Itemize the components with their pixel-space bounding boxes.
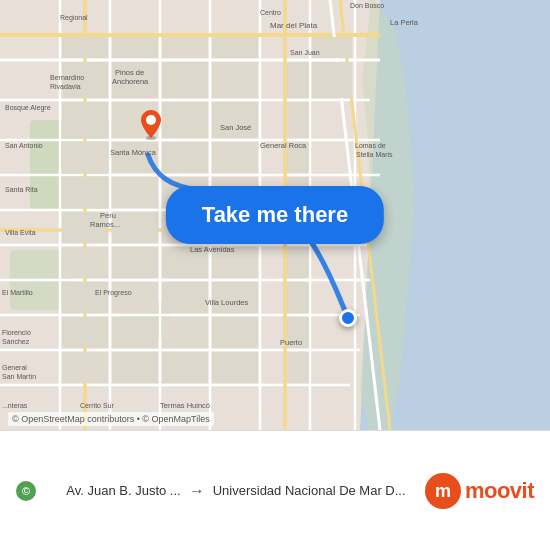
svg-rect-46 xyxy=(112,177,158,208)
svg-text:...nteras: ...nteras xyxy=(2,402,28,409)
svg-rect-57 xyxy=(62,282,108,313)
svg-rect-36 xyxy=(212,62,258,98)
svg-rect-79 xyxy=(312,62,352,98)
svg-text:Villa Lourdes: Villa Lourdes xyxy=(205,298,248,307)
svg-rect-33 xyxy=(212,37,258,58)
svg-rect-64 xyxy=(212,317,258,348)
svg-text:Cerrito Sur: Cerrito Sur xyxy=(80,402,115,409)
svg-rect-53 xyxy=(62,247,108,278)
svg-text:San Antonio: San Antonio xyxy=(5,142,43,149)
bottom-bar: © Av. Juan B. Justo ... → Universidad Na… xyxy=(0,430,550,550)
svg-text:Bosque Alegre: Bosque Alegre xyxy=(5,104,51,112)
svg-rect-69 xyxy=(287,62,309,98)
svg-rect-70 xyxy=(287,102,309,138)
svg-text:Florencio: Florencio xyxy=(2,329,31,336)
svg-text:Santa Mónica: Santa Mónica xyxy=(110,148,157,157)
svg-text:Peru: Peru xyxy=(100,211,116,220)
svg-rect-61 xyxy=(62,317,108,348)
svg-text:General Roca: General Roca xyxy=(260,141,307,150)
route-arrow-icon: → xyxy=(189,482,205,500)
route-direction-row: Av. Juan B. Justo ... → Universidad Naci… xyxy=(66,482,405,500)
svg-point-117 xyxy=(146,115,156,125)
map-area: Mar del Plata Centro La Perla Don Bosco … xyxy=(0,0,550,430)
svg-rect-31 xyxy=(112,37,158,58)
svg-text:Mar del Plata: Mar del Plata xyxy=(270,21,318,30)
svg-text:Centro: Centro xyxy=(260,9,281,16)
svg-text:Don Bosco: Don Bosco xyxy=(350,2,384,9)
svg-rect-45 xyxy=(62,177,108,208)
osm-attribution: © xyxy=(16,481,39,501)
svg-text:El Martillo: El Martillo xyxy=(2,289,33,296)
svg-rect-77 xyxy=(287,352,309,383)
svg-rect-35 xyxy=(162,62,208,98)
svg-rect-44 xyxy=(212,142,258,173)
svg-rect-68 xyxy=(212,352,258,383)
svg-text:Rivadavia: Rivadavia xyxy=(50,83,81,90)
route-destination-label: Universidad Nacional De Mar D... xyxy=(213,483,406,498)
route-origin-label: Av. Juan B. Justo ... xyxy=(66,483,180,498)
svg-text:Anchorena: Anchorena xyxy=(112,77,149,86)
moovit-logo: m moovit xyxy=(425,473,534,509)
svg-rect-66 xyxy=(112,352,158,383)
svg-text:Santa Rita: Santa Rita xyxy=(5,186,38,193)
svg-rect-62 xyxy=(112,317,158,348)
svg-text:Ramos...: Ramos... xyxy=(90,220,120,229)
svg-rect-75 xyxy=(287,282,309,313)
svg-text:Puerto: Puerto xyxy=(280,338,302,347)
svg-text:Las Avenidas: Las Avenidas xyxy=(190,245,235,254)
take-me-there-button[interactable]: Take me there xyxy=(166,186,384,244)
svg-text:Regional: Regional xyxy=(60,14,88,22)
svg-rect-54 xyxy=(112,247,158,278)
moovit-brand-name: moovit xyxy=(465,478,534,504)
svg-rect-37 xyxy=(62,102,108,138)
svg-text:Stella Maris: Stella Maris xyxy=(356,151,393,158)
svg-text:Pinos de: Pinos de xyxy=(115,68,144,77)
osm-logo-icon: © xyxy=(16,481,36,501)
svg-rect-58 xyxy=(112,282,158,313)
svg-text:San José: San José xyxy=(220,123,251,132)
svg-rect-59 xyxy=(162,282,208,313)
svg-rect-41 xyxy=(62,142,108,173)
moovit-logo-svg: m xyxy=(425,473,461,509)
svg-rect-65 xyxy=(62,352,108,383)
svg-text:m: m xyxy=(435,481,451,501)
svg-text:San Juan: San Juan xyxy=(290,49,320,56)
svg-text:Lomas de: Lomas de xyxy=(355,142,386,149)
svg-text:San Martín: San Martín xyxy=(2,373,36,380)
svg-rect-63 xyxy=(162,317,208,348)
svg-rect-32 xyxy=(162,37,208,58)
svg-text:Sánchez: Sánchez xyxy=(2,338,30,345)
svg-rect-74 xyxy=(287,247,309,278)
svg-text:El Progreso: El Progreso xyxy=(95,289,132,297)
svg-text:Villa Evita: Villa Evita xyxy=(5,229,36,236)
svg-text:Termas Huincó: Termas Huincó xyxy=(160,401,210,410)
svg-rect-40 xyxy=(212,102,258,138)
svg-rect-43 xyxy=(162,142,208,173)
map-attribution: © OpenStreetMap contributors • © OpenMap… xyxy=(8,412,214,426)
svg-text:General: General xyxy=(2,364,27,371)
svg-text:Bernardino: Bernardino xyxy=(50,74,84,81)
svg-rect-39 xyxy=(162,102,208,138)
svg-rect-29 xyxy=(62,37,108,58)
svg-text:La Perla: La Perla xyxy=(390,18,419,27)
route-info: Av. Juan B. Justo ... → Universidad Naci… xyxy=(47,482,425,500)
app-container: Mar del Plata Centro La Perla Don Bosco … xyxy=(0,0,550,550)
svg-rect-67 xyxy=(162,352,208,383)
